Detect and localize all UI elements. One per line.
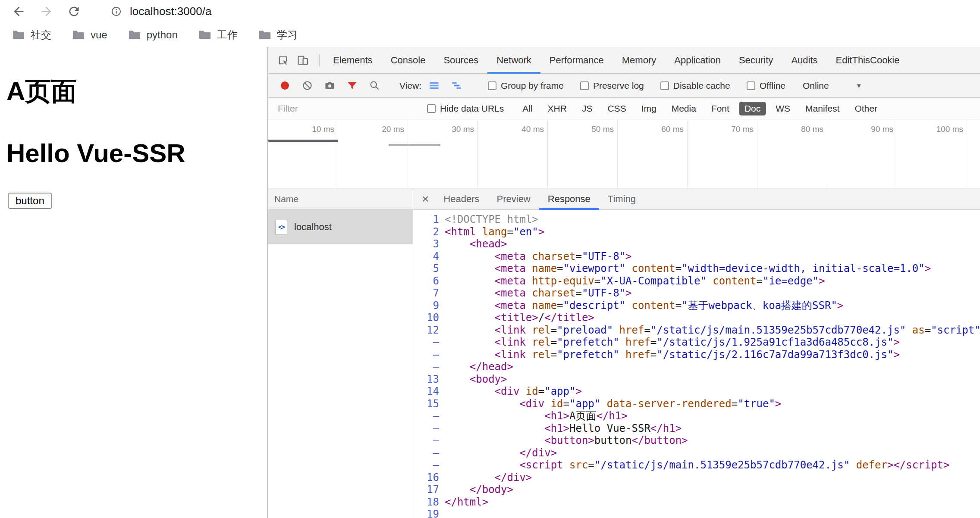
- devtools-tab-performance[interactable]: Performance: [540, 47, 613, 73]
- url-text: localhost:3000/a: [130, 5, 211, 18]
- throttling-select[interactable]: Online: [803, 81, 829, 91]
- bookmark-item[interactable]: python: [128, 29, 178, 41]
- filter-type-font[interactable]: Font: [706, 102, 735, 115]
- hide-data-urls-checkbox[interactable]: Hide data URLs: [427, 103, 504, 114]
- response-pane: × HeadersPreviewResponseTiming 1 <!DOCTY…: [413, 188, 980, 518]
- request-row[interactable]: <> localhost: [268, 210, 413, 244]
- checkbox-disable-cache[interactable]: Disable cache: [660, 81, 730, 91]
- filter-toggle-button[interactable]: [344, 78, 360, 94]
- devtools-tab-label: Audits: [791, 55, 817, 66]
- checkbox-group-by-frame[interactable]: Group by frame: [488, 81, 564, 91]
- bookmark-item[interactable]: 学习: [258, 28, 298, 42]
- funnel-icon: [346, 80, 358, 91]
- folder-icon: [72, 29, 85, 40]
- code-line: 2 <html lang="en">: [413, 226, 980, 238]
- line-number: 7: [413, 287, 439, 300]
- reload-button[interactable]: [66, 4, 81, 19]
- filter-type-manifest[interactable]: Manifest: [800, 102, 845, 115]
- clear-button[interactable]: [299, 78, 315, 94]
- code-line: 19: [413, 508, 980, 518]
- dropdown-caret-icon[interactable]: ▼: [856, 82, 862, 89]
- info-icon[interactable]: [110, 6, 122, 17]
- filter-type-doc[interactable]: Doc: [739, 102, 766, 115]
- overview-toggle-button[interactable]: [449, 78, 465, 94]
- code-line: 15 <div id="app" data-server-rendered="t…: [413, 398, 980, 410]
- devtools-tab-audits[interactable]: Audits: [782, 47, 826, 73]
- code-line: 1 <!DOCTYPE html>: [413, 213, 980, 226]
- camera-icon: [324, 80, 336, 91]
- filter-type-css[interactable]: CSS: [602, 102, 631, 115]
- forward-button[interactable]: [39, 4, 53, 19]
- devtools-tab-elements[interactable]: Elements: [324, 47, 382, 73]
- device-toolbar-icon[interactable]: [295, 53, 311, 68]
- line-content: <button>button</button>: [445, 434, 980, 447]
- page-button[interactable]: button: [8, 193, 52, 209]
- code-line: – <h1>A页面</h1>: [413, 410, 980, 422]
- devtools-tab-console[interactable]: Console: [382, 47, 435, 73]
- line-number: 2: [413, 226, 439, 238]
- devtools-tab-network[interactable]: Network: [487, 47, 540, 73]
- line-number: 3: [413, 238, 439, 250]
- page-heading-hello: Hello Vue-SSR: [6, 138, 267, 168]
- screenshot-capture-button[interactable]: [322, 78, 337, 94]
- search-button[interactable]: [367, 78, 382, 94]
- network-filter-row: Hide data URLs AllXHRJSCSSImgMediaFontDo…: [268, 98, 980, 119]
- requests-name-header[interactable]: Name: [268, 188, 413, 210]
- code-lines: 1 <!DOCTYPE html> 2 <html lang="en"> 3 <…: [413, 213, 980, 518]
- devtools-tab-security[interactable]: Security: [730, 47, 782, 73]
- code-line: – <script src="/static/js/main.51359e25b…: [413, 459, 980, 471]
- filter-input[interactable]: [278, 103, 420, 114]
- code-line: – <h1>Hello Vue-SSR</h1>: [413, 422, 980, 435]
- record-button[interactable]: [277, 78, 292, 94]
- response-tab-response[interactable]: Response: [539, 188, 599, 209]
- line-number: 6: [413, 275, 439, 287]
- large-rows-toggle-button[interactable]: [427, 78, 442, 94]
- response-tabbar-tabs: HeadersPreviewResponseTiming: [435, 188, 644, 209]
- reload-icon: [67, 4, 81, 19]
- devtools-tab-editthiscookie[interactable]: EditThisCookie: [827, 47, 909, 73]
- bookmark-label: python: [147, 29, 178, 41]
- close-icon[interactable]: ×: [422, 193, 429, 205]
- folder-icon: [258, 29, 271, 40]
- line-number: 15: [413, 398, 439, 410]
- filter-type-js[interactable]: JS: [576, 102, 598, 115]
- browser-window: localhost:3000/a 社交 vue python 工作 学习 A页面…: [0, 0, 980, 518]
- address-bar[interactable]: localhost:3000/a: [110, 5, 980, 18]
- back-button[interactable]: [11, 4, 26, 19]
- overview-request-bar: [389, 144, 440, 146]
- filter-type-xhr[interactable]: XHR: [542, 102, 572, 115]
- response-code-view[interactable]: 1 <!DOCTYPE html> 2 <html lang="en"> 3 <…: [413, 210, 980, 518]
- checkbox-offline[interactable]: Offline: [747, 81, 785, 91]
- bookmark-item[interactable]: 工作: [198, 28, 238, 42]
- bookmark-item[interactable]: vue: [72, 29, 107, 41]
- response-tab-preview[interactable]: Preview: [488, 188, 539, 209]
- filter-type-all[interactable]: All: [517, 102, 538, 115]
- code-line: – <link rel="prefetch" href="/static/js/…: [413, 349, 980, 361]
- bookmark-item[interactable]: 社交: [12, 28, 51, 42]
- devtools-tab-sources[interactable]: Sources: [434, 47, 487, 73]
- line-content: <head>: [445, 238, 980, 250]
- request-list: <> localhost: [268, 210, 413, 244]
- content-row: A页面 Hello Vue-SSR button ElementsConsole…: [0, 47, 980, 518]
- line-content: <meta name="descript" content="基于webpack…: [445, 300, 980, 312]
- filter-type-media[interactable]: Media: [666, 102, 702, 115]
- devtools-tab-label: Console: [391, 55, 426, 66]
- requests-table: Name <> localhost: [268, 188, 413, 518]
- devtools-tab-label: Sources: [443, 55, 478, 66]
- line-content: <script src="/static/js/main.51359e25b57…: [445, 459, 980, 471]
- checkbox-box-icon: [660, 81, 669, 90]
- inspect-element-icon[interactable]: [275, 53, 291, 68]
- devtools-tab-memory[interactable]: Memory: [613, 47, 665, 73]
- filter-type-ws[interactable]: WS: [770, 102, 796, 115]
- response-tab-timing[interactable]: Timing: [599, 188, 644, 209]
- line-content: <h1>A页面</h1>: [445, 410, 980, 422]
- devtools-tab-application[interactable]: Application: [665, 47, 730, 73]
- filter-type-other[interactable]: Other: [849, 102, 883, 115]
- filter-type-img[interactable]: Img: [636, 102, 662, 115]
- bookmark-label: 学习: [277, 28, 298, 42]
- code-line: 13 <body>: [413, 373, 980, 386]
- arrow-left-icon: [12, 4, 26, 19]
- checkbox-preserve-log[interactable]: Preserve log: [580, 81, 644, 91]
- checkbox-label: Disable cache: [673, 81, 730, 91]
- response-tab-headers[interactable]: Headers: [435, 188, 488, 209]
